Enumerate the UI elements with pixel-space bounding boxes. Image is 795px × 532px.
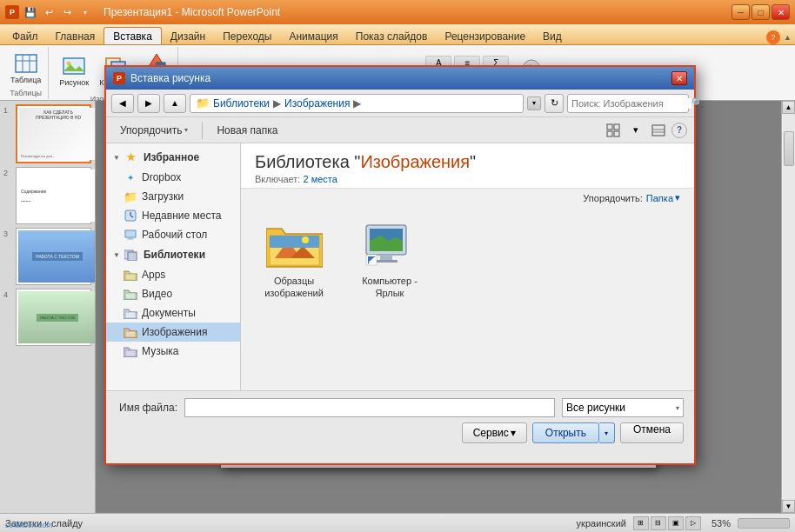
slide-thumb-container-4: 4 РАБОТА С ТЕКСТОМ [16, 289, 91, 346]
dialog-toolbar: Упорядочить ▾ Новая папка [106, 117, 694, 143]
filetype-label: Все рисунки [566, 402, 625, 414]
nav-up-btn[interactable]: ▲ [164, 94, 186, 113]
scroll-up-btn[interactable]: ▲ [782, 101, 795, 114]
sort-dropdown[interactable]: Папка ▾ [646, 192, 680, 203]
tab-design[interactable]: Дизайн [162, 28, 214, 44]
downloads-folder-icon: 📁 [124, 190, 137, 203]
slide-num-3: 3 [3, 229, 8, 238]
search-box: 🔍 [567, 94, 689, 113]
scroll-thumb[interactable] [784, 131, 794, 166]
slide-panel[interactable]: 1 КАК СДЕЛАТЬПРЕЗЕНТАЦИЮ В HD Рекомендуе… [0, 101, 96, 513]
apps-label: Apps [142, 269, 165, 281]
minimize-ribbon-btn[interactable]: ▲ [784, 33, 792, 42]
dialog-app-icon: P [113, 72, 125, 84]
customize-btn[interactable]: ▾ [77, 4, 93, 20]
nav-forward-btn[interactable]: ▶ [137, 94, 160, 113]
save-quick-btn[interactable]: 💾 [23, 4, 38, 20]
libraries-label: Библиотеки [144, 249, 205, 261]
includes-count[interactable]: 2 места [303, 174, 337, 184]
language-status: украинский [577, 518, 626, 529]
slide-thumb-3[interactable]: РАБОТА С ТЕКСТОМ [16, 228, 91, 285]
slideshow-btn[interactable]: ▷ [685, 516, 701, 530]
nav-item-downloads[interactable]: 📁 Загрузки [106, 187, 240, 206]
svg-rect-14 [614, 131, 619, 136]
dialog-title-text: Вставка рисунка [130, 72, 210, 84]
slide-thumb-4[interactable]: РАБОТА С ТЕКСТОМ [16, 289, 91, 346]
tab-transitions[interactable]: Переходы [214, 28, 280, 44]
slide-thumb-container-2: 2 Содержание •••••••• [16, 167, 91, 224]
right-scrollbar[interactable]: ▲ ▼ [781, 101, 795, 513]
search-submit-btn[interactable]: 🔍 [691, 96, 704, 110]
minimize-btn[interactable]: ─ [732, 4, 750, 20]
table-btn[interactable]: Таблица [7, 50, 44, 86]
reading-view-btn[interactable]: ▣ [668, 516, 684, 530]
breadcrumb-part2[interactable]: Изображения [284, 97, 350, 110]
open-label: Открыть [545, 427, 586, 439]
recent-icon [124, 209, 137, 223]
help-dialog-btn[interactable]: ? [671, 123, 687, 138]
maximize-btn[interactable]: □ [752, 4, 770, 20]
svg-rect-46 [380, 255, 392, 260]
svg-rect-21 [125, 230, 136, 237]
dialog-nav: ◀ ▶ ▲ 📁 Библиотеки ▶ Изображения ▶ ▾ ↻ 🔍 [106, 90, 694, 117]
tab-home[interactable]: Главная [47, 28, 104, 44]
tab-animation[interactable]: Анимация [280, 28, 346, 44]
file-item-sample-images[interactable]: Образцыизображений [255, 216, 333, 303]
zoom-slider[interactable] [738, 518, 790, 529]
app-icon: P [5, 5, 19, 19]
filename-input[interactable] [184, 398, 555, 417]
close-btn[interactable]: ✕ [772, 4, 790, 20]
new-folder-btn[interactable]: Новая папка [210, 123, 284, 138]
nav-item-dropbox[interactable]: ✦ Dropbox [106, 168, 240, 187]
sort-value: Папка [646, 193, 673, 203]
slide-sorter-btn[interactable]: ⊟ [651, 516, 666, 530]
picture-btn[interactable]: Рисунок [56, 52, 92, 89]
favorites-section-header[interactable]: ▼ ★ Избранное [106, 147, 240, 168]
tab-slideshow[interactable]: Показ слайдов [347, 28, 437, 44]
search-input[interactable] [571, 98, 691, 109]
nav-refresh-btn[interactable]: ↻ [544, 94, 564, 113]
open-dropdown-btn[interactable]: ▾ [599, 422, 615, 443]
library-title-suffix: " [470, 152, 476, 171]
redo-btn[interactable]: ↪ [59, 4, 75, 20]
nav-item-video[interactable]: Видео [106, 284, 240, 303]
tab-view[interactable]: Вид [534, 28, 571, 44]
view-dropdown-btn[interactable]: ▾ [626, 121, 645, 140]
help-icon[interactable]: ? [766, 30, 780, 44]
scroll-track[interactable] [783, 114, 795, 500]
images-folder-icon [124, 325, 137, 339]
cancel-btn[interactable]: Отмена [620, 422, 684, 443]
slide-thumb-2[interactable]: Содержание •••••••• [16, 167, 91, 224]
tab-file[interactable]: Файл [3, 28, 47, 44]
dialog-close-btn[interactable]: ✕ [671, 71, 687, 85]
filetype-dropdown[interactable]: Все рисунки ▾ [562, 398, 684, 417]
folder-icon: 📁 [196, 96, 210, 110]
file-item-computer[interactable]: Компьютер -Ярлык [351, 216, 429, 303]
slide-thumb-1[interactable]: КАК СДЕЛАТЬПРЕЗЕНТАЦИЮ В HD Рекомендуетс… [16, 104, 91, 163]
view-icon-btn-1[interactable] [604, 121, 623, 140]
undo-btn[interactable]: ↩ [41, 4, 57, 20]
nav-item-apps[interactable]: Apps [106, 265, 240, 284]
insert-image-dialog[interactable]: P Вставка рисунка ✕ ◀ ▶ ▲ 📁 Библиотеки ▶… [104, 65, 696, 465]
nav-item-documents[interactable]: Документы [106, 303, 240, 323]
organize-btn[interactable]: Упорядочить ▾ [113, 123, 195, 138]
nav-item-music[interactable]: Музыка [106, 342, 240, 361]
open-btn-group: Открыть ▾ [532, 422, 615, 443]
breadcrumb-bar[interactable]: 📁 Библиотеки ▶ Изображения ▶ [190, 94, 524, 113]
breadcrumb-dropdown-btn[interactable]: ▾ [527, 96, 541, 110]
cancel-label: Отмена [633, 423, 671, 436]
tab-insert[interactable]: Вставка [104, 27, 162, 44]
service-btn[interactable]: Сервис ▾ [462, 422, 527, 443]
breadcrumb-part1[interactable]: Библиотеки [213, 97, 270, 110]
scroll-down-btn[interactable]: ▼ [782, 500, 795, 513]
nav-item-images[interactable]: Изображения [106, 323, 240, 342]
nav-item-desktop[interactable]: Рабочий стол [106, 225, 240, 244]
normal-view-btn[interactable]: ⊞ [633, 516, 649, 530]
open-btn[interactable]: Открыть [532, 422, 599, 443]
libraries-section-header[interactable]: ▼ Библиотеки [106, 244, 240, 265]
nav-item-recent[interactable]: Недавние места [106, 206, 240, 225]
tab-review[interactable]: Рецензирование [436, 28, 534, 44]
view-list-btn[interactable] [649, 121, 668, 140]
nav-back-btn[interactable]: ◀ [111, 94, 134, 113]
dialog-overlay: P Вставка рисунка ✕ ◀ ▶ ▲ 📁 Библиотеки ▶… [0, 0, 795, 532]
